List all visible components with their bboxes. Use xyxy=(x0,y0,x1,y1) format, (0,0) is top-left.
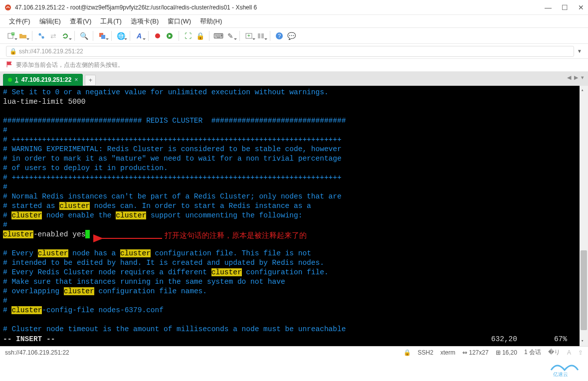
lock-small-icon: 🔒 xyxy=(9,48,17,55)
vim-position: 632,20 xyxy=(491,335,517,344)
menu-window[interactable]: 窗口(W) xyxy=(168,17,191,26)
tabbar: 1 47.106.219.251:22 × + ◀ ▶ ▾ xyxy=(0,72,588,86)
address-dropdown-icon[interactable]: ▼ xyxy=(577,48,582,54)
address-text: ssh://47.106.219.251:22 xyxy=(19,48,83,55)
close-button[interactable]: ✕ xyxy=(578,3,584,11)
add-pane-icon[interactable]: + xyxy=(244,31,254,41)
menu-view[interactable]: 查看(V) xyxy=(70,17,91,26)
vim-mode: -- INSERT -- xyxy=(3,335,55,344)
menu-file[interactable]: 文件(F) xyxy=(9,17,30,26)
status-sessions: 1 会话 xyxy=(524,348,541,357)
status-term: xterm xyxy=(440,349,455,356)
svg-point-9 xyxy=(155,33,160,38)
tab-close-icon[interactable]: × xyxy=(74,76,78,83)
tab-label: 47.106.219.251:22 xyxy=(21,76,72,83)
status-cursor: ⊞ 16,20 xyxy=(496,349,517,356)
status-address: ssh://47.106.219.251:22 xyxy=(5,349,69,356)
menu-tools[interactable]: 工具(T) xyxy=(100,17,122,26)
play-icon[interactable] xyxy=(165,31,175,41)
layout-icon[interactable] xyxy=(256,31,266,41)
terminal-scrollbar[interactable]: ▴ ▾ xyxy=(580,86,588,346)
menu-help[interactable]: 帮助(H) xyxy=(200,17,222,26)
fullscreen-icon[interactable]: ⛶ xyxy=(183,31,193,41)
address-input[interactable]: 🔒 ssh://47.106.219.251:22 xyxy=(6,46,574,57)
annotation-text: 打开这句话的注释，原本是被注释起来了的 xyxy=(165,230,307,240)
help-icon[interactable]: ? xyxy=(274,31,284,41)
vim-status-line: -- INSERT -- 632,20 67% xyxy=(3,335,577,344)
maximize-button[interactable]: ☐ xyxy=(562,3,568,11)
svg-rect-8 xyxy=(101,35,105,39)
disconnect-icon[interactable]: ⇄ xyxy=(48,31,58,41)
session-tab[interactable]: 1 47.106.219.251:22 × xyxy=(3,74,83,86)
svg-text:?: ? xyxy=(278,33,281,39)
svg-rect-13 xyxy=(258,33,260,38)
status-lock-icon: 🔒 xyxy=(403,349,411,356)
minimize-button[interactable]: ― xyxy=(545,3,552,11)
font-icon[interactable]: A xyxy=(134,31,144,41)
addressbar: 🔒 ssh://47.106.219.251:22 ▼ xyxy=(0,44,588,59)
hint-bar: 要添加当前会话，点击左侧的箭头按钮。 xyxy=(0,59,588,72)
reconnect-icon[interactable] xyxy=(60,31,70,41)
toolbar: + ⇄ 🔍 🌐 A ⛶ 🔒 ⌨ ✎ + ? 💬 xyxy=(0,28,588,44)
statusbar: ssh://47.106.219.251:22 🔒 SSH2 xterm ⇔ 1… xyxy=(0,346,588,358)
open-folder-icon[interactable] xyxy=(18,31,28,41)
status-num-icon: ⇪ xyxy=(578,349,583,356)
menu-tabs[interactable]: 选项卡(B) xyxy=(131,17,159,26)
app-icon xyxy=(4,3,12,11)
titlebar: 47.106.219.251:22 - root@izwz9ef5jam9pvf… xyxy=(0,0,588,15)
hint-text: 要添加当前会话，点击左侧的箭头按钮。 xyxy=(16,61,124,69)
terminal[interactable]: # Set it to 0 or a negative value for un… xyxy=(0,86,588,346)
status-size: ⇔ 127x27 xyxy=(462,349,489,356)
menubar: 文件(F) 编辑(E) 查看(V) 工具(T) 选项卡(B) 窗口(W) 帮助(… xyxy=(0,15,588,28)
terminal-content: # Set it to 0 or a negative value for un… xyxy=(3,88,585,334)
svg-text:亿速云: 亿速云 xyxy=(553,372,568,377)
status-dot-icon xyxy=(8,78,12,82)
keyboard-icon[interactable]: ⌨ xyxy=(213,31,223,41)
tab-add-button[interactable]: + xyxy=(85,75,96,86)
tab-next-icon[interactable]: ▶ xyxy=(574,74,578,81)
tab-index: 1 xyxy=(15,76,18,83)
record-icon[interactable] xyxy=(153,31,163,41)
feedback-icon[interactable]: 💬 xyxy=(286,31,296,41)
svg-rect-14 xyxy=(261,33,264,38)
lock-icon[interactable]: 🔒 xyxy=(195,31,205,41)
status-cap-icon: A xyxy=(567,349,571,356)
tab-prev-icon[interactable]: ◀ xyxy=(567,74,571,81)
globe-icon[interactable]: 🌐 xyxy=(116,31,126,41)
tab-menu-icon[interactable]: ▾ xyxy=(581,74,584,81)
edit-icon[interactable]: ✎ xyxy=(225,31,235,41)
cursor xyxy=(85,230,90,238)
menu-edit[interactable]: 编辑(E) xyxy=(39,17,61,26)
vim-percent: 67% xyxy=(554,335,567,344)
svg-line-6 xyxy=(40,35,42,37)
svg-text:+: + xyxy=(247,33,250,38)
window-title: 47.106.219.251:22 - root@izwz9ef5jam9pvf… xyxy=(15,4,545,11)
search-icon[interactable]: 🔍 xyxy=(79,31,89,41)
svg-point-0 xyxy=(5,4,11,10)
scrollbar-thumb[interactable] xyxy=(581,250,587,330)
svg-text:+: + xyxy=(12,32,14,35)
status-ssh: SSH2 xyxy=(418,349,433,356)
connect-icon[interactable] xyxy=(36,31,46,41)
status-link-icon: �り xyxy=(548,348,560,357)
copy-icon[interactable] xyxy=(97,31,107,41)
new-session-icon[interactable]: + xyxy=(6,31,16,41)
flag-icon xyxy=(6,61,13,69)
watermark-logo: 亿速云 xyxy=(547,360,582,377)
